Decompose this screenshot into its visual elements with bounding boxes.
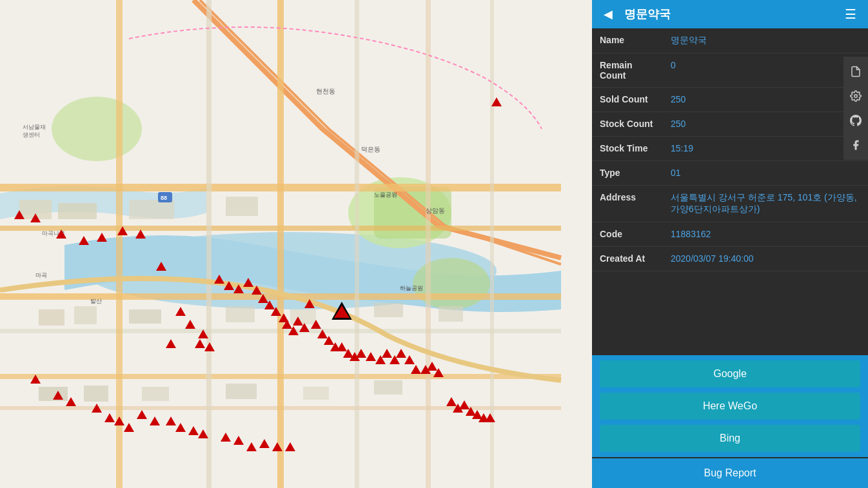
map-marker[interactable]: [92, 404, 102, 413]
map-marker[interactable]: [66, 397, 76, 406]
info-value: 15:19: [663, 137, 868, 161]
map-marker[interactable]: [166, 339, 176, 348]
svg-rect-31: [142, 387, 169, 401]
map-marker[interactable]: [195, 339, 205, 348]
map-marker[interactable]: [404, 355, 415, 364]
map-marker[interactable]: [97, 233, 107, 242]
svg-rect-28: [439, 306, 463, 322]
map-marker[interactable]: [198, 429, 208, 438]
info-row: Stock Count250: [592, 112, 868, 137]
map-marker[interactable]: [56, 229, 66, 239]
svg-text:서남물재: 서남물재: [23, 124, 46, 130]
info-label: Created At: [592, 247, 663, 271]
svg-text:노을공원: 노을공원: [374, 191, 397, 198]
info-label: Name: [592, 28, 663, 53]
facebook-icon-button[interactable]: [843, 133, 868, 157]
svg-rect-32: [226, 384, 257, 399]
map-marker[interactable]: [114, 416, 124, 425]
info-row: Sold Count250: [592, 88, 868, 112]
map-marker[interactable]: [224, 281, 234, 290]
info-value: 0: [663, 54, 868, 87]
map-marker[interactable]: [166, 416, 176, 425]
svg-rect-20: [129, 200, 174, 219]
svg-rect-30: [84, 386, 108, 402]
map-marker[interactable]: [233, 436, 244, 445]
map-marker[interactable]: [299, 323, 310, 332]
info-label: Code: [592, 222, 663, 246]
svg-rect-34: [374, 380, 402, 395]
map-marker[interactable]: [214, 275, 224, 284]
panel-header: ◀ 명문약국 ☰: [592, 0, 868, 28]
map-marker[interactable]: [304, 299, 315, 308]
map-marker[interactable]: [150, 416, 160, 425]
map-marker[interactable]: [233, 284, 244, 293]
map-marker[interactable]: [117, 226, 128, 235]
svg-rect-25: [226, 306, 255, 322]
info-row: Code11883162: [592, 222, 868, 247]
map-marker[interactable]: [246, 442, 257, 451]
herewego-button[interactable]: Here WeGo: [600, 393, 860, 420]
map-marker[interactable]: [252, 286, 262, 295]
svg-text:88: 88: [161, 195, 167, 201]
map-marker[interactable]: [433, 368, 444, 377]
settings-icon-button[interactable]: [843, 84, 868, 108]
menu-button[interactable]: ☰: [840, 4, 862, 24]
svg-rect-16: [426, 0, 431, 488]
map-marker[interactable]: [124, 423, 134, 432]
back-button[interactable]: ◀: [598, 5, 618, 24]
bug-report-button[interactable]: Bug Report: [592, 458, 868, 488]
map-marker[interactable]: [14, 210, 25, 219]
document-icon-button[interactable]: [843, 59, 868, 84]
info-label: Stock Count: [592, 112, 663, 136]
map-marker[interactable]: [411, 365, 421, 374]
map-marker[interactable]: [288, 326, 299, 335]
map-marker[interactable]: [175, 423, 186, 432]
map-marker[interactable]: [30, 213, 41, 222]
map-container[interactable]: 서남물재 생센터 마곡나루 마곡 발산 노을공원 하늘공원 현천동 덕은동 상암…: [0, 0, 592, 488]
map-marker[interactable]: [198, 329, 208, 338]
map-marker[interactable]: [204, 342, 215, 351]
map-marker[interactable]: [53, 391, 63, 400]
svg-point-3: [413, 258, 490, 309]
info-value: 11883162: [663, 222, 868, 246]
map-marker[interactable]: [311, 320, 321, 329]
map-marker[interactable]: [285, 442, 295, 451]
map-marker[interactable]: [221, 433, 231, 442]
map-marker[interactable]: [104, 413, 115, 422]
svg-rect-19: [58, 203, 97, 219]
info-table: Name명문약국Remain Count0Sold Count250Stock …: [592, 28, 868, 355]
map-marker[interactable]: [156, 262, 166, 271]
svg-rect-24: [129, 309, 161, 324]
github-icon-button[interactable]: [843, 108, 868, 133]
info-label: Address: [592, 186, 663, 222]
menu-icon: ☰: [845, 7, 856, 21]
info-row: Type01: [592, 161, 868, 186]
map-marker[interactable]: [366, 352, 376, 361]
svg-text:마곡: 마곡: [35, 272, 47, 278]
svg-text:생센터: 생센터: [23, 132, 40, 138]
map-marker[interactable]: [272, 442, 282, 451]
map-marker[interactable]: [30, 375, 41, 384]
svg-rect-13: [206, 0, 212, 488]
svg-point-49: [854, 95, 858, 98]
svg-rect-15: [355, 0, 359, 488]
map-buttons-container: Google Here WeGo Bing: [592, 355, 868, 457]
svg-rect-23: [74, 306, 97, 324]
map-marker[interactable]: [175, 307, 186, 316]
info-label: Remain Count: [592, 54, 663, 87]
map-marker[interactable]: [485, 413, 495, 422]
map-marker[interactable]: [135, 229, 146, 239]
map-marker[interactable]: [259, 439, 270, 448]
svg-rect-33: [303, 387, 329, 400]
map-marker[interactable]: [356, 349, 366, 358]
info-label: Type: [592, 161, 663, 185]
side-icons: [843, 57, 868, 160]
map-marker[interactable]: [188, 426, 199, 435]
google-button[interactable]: Google: [600, 360, 860, 387]
map-marker[interactable]: [79, 236, 89, 245]
map-marker[interactable]: [185, 320, 195, 329]
map-marker[interactable]: [137, 410, 147, 419]
map-marker[interactable]: [491, 97, 502, 106]
svg-text:현천동: 현천동: [316, 88, 335, 95]
bing-button[interactable]: Bing: [600, 425, 860, 452]
